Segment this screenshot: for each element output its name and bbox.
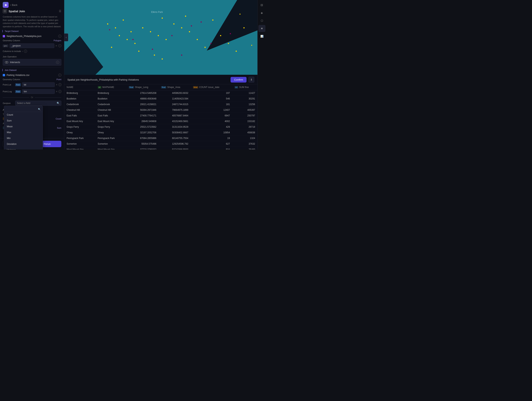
right-icon-draw[interactable]: ⬡ bbox=[258, 17, 266, 24]
right-icon-list[interactable]: ≡ bbox=[258, 25, 266, 32]
join-dataset-row: Parking Violations.csv i bbox=[0, 72, 64, 78]
cell-mapname-6: Grays Ferry bbox=[95, 124, 127, 130]
cell-sumfine-10: 25469 bbox=[232, 147, 257, 150]
tool-menu-button[interactable]: ☰ bbox=[59, 10, 61, 13]
cell-mapname-7: Olney bbox=[95, 130, 127, 136]
mapname-col-label: MAPNAME bbox=[102, 86, 114, 88]
svg-rect-3 bbox=[5, 11, 6, 12]
cell-shapearea-8: 60140755.7554 bbox=[159, 136, 191, 141]
target-geo-field-input[interactable] bbox=[10, 44, 54, 48]
cell-shapearea-0: 44586263.6032 bbox=[159, 90, 191, 96]
cell-countissue-6: 429 bbox=[191, 124, 232, 130]
right-icon-chart[interactable]: 📊 bbox=[258, 33, 266, 40]
time-column-op[interactable]: Count bbox=[56, 118, 61, 120]
table-head: NAME strMAPNAME floatShape_Leng floatSha… bbox=[64, 84, 257, 90]
back-chevron-icon: ‹ bbox=[10, 3, 11, 6]
table-body: Bridesburg Bridesburg 27814.5465208 4458… bbox=[64, 90, 257, 150]
cell-sumfine-1: 30291 bbox=[232, 96, 257, 102]
dropdown-item-max[interactable]: Max bbox=[4, 129, 43, 135]
confirm-button[interactable]: Confirm bbox=[231, 77, 247, 82]
columns-to-include-row[interactable]: Columns to include › i bbox=[0, 49, 64, 55]
point-lng-info[interactable]: i bbox=[59, 90, 61, 93]
data-table: NAME strMAPNAME floatShape_Leng floatSha… bbox=[64, 84, 257, 150]
table-row: Olney Olney 32197.2052706 50308402.6667 … bbox=[64, 130, 257, 136]
or-label: Or bbox=[31, 96, 33, 99]
cell-name-7: Olney bbox=[64, 130, 95, 136]
table-row: Cedarbrook Cedarbrook 20021.4158021 2487… bbox=[64, 102, 257, 107]
cell-shapearea-3: 79664975.1899 bbox=[159, 107, 191, 113]
target-geo-row: Geometry Column Polygon bbox=[0, 39, 64, 43]
cell-countissue-10: 504 bbox=[191, 147, 232, 150]
dropdown-item-variance[interactable]: Variance bbox=[4, 147, 43, 150]
cell-sumfine-4: 250797 bbox=[232, 113, 257, 119]
columns-label: Columns to include bbox=[3, 50, 21, 52]
right-icon-layers[interactable]: ⊟ bbox=[258, 1, 266, 9]
sidebar: ◈ ‹ Back Spatial Join ☰ Combines columns… bbox=[0, 0, 64, 150]
table-row: Pennypack Park Pennypack Park 87084.2855… bbox=[64, 136, 257, 141]
point-lat-input[interactable] bbox=[22, 82, 55, 87]
app-container: ◈ ‹ Back Spatial Join ☰ Combines columns… bbox=[0, 0, 266, 150]
target-geo-field-clear[interactable]: × bbox=[56, 44, 57, 47]
cell-mapname-3: Chestnut Hill bbox=[95, 107, 127, 113]
cell-mapname-10: West Mount Airy bbox=[95, 147, 127, 150]
dropdown-item-mean[interactable]: Mean bbox=[4, 124, 43, 129]
attr-column-op[interactable]: Sum bbox=[57, 127, 61, 129]
map-area: Elkins Park bbox=[64, 0, 257, 75]
table-area: Spatial join Neighborhoods_Philadelphia … bbox=[64, 75, 257, 150]
target-dataset-row: Neighborhoods_Philadelphia.json i bbox=[0, 33, 64, 39]
collapse-map-button[interactable]: ‹ bbox=[64, 33, 68, 41]
select-field-button[interactable]: Select a field 🔍 bbox=[15, 101, 61, 106]
table-row: West Mount Airy West Mount Airy 37723.37… bbox=[64, 147, 257, 150]
target-dataset-info[interactable]: i bbox=[58, 35, 61, 38]
dropdown-item-deviation[interactable]: Deviation bbox=[4, 141, 43, 147]
join-dataset-label: Join Dataset bbox=[5, 69, 61, 71]
join-dataset-name: Parking Violations.csv bbox=[7, 74, 57, 76]
app-logo: ◈ bbox=[3, 2, 9, 8]
cell-sumfine-5: 153182 bbox=[232, 119, 257, 124]
dropdown-item-sum[interactable]: Sum bbox=[4, 118, 43, 124]
target-geo-field-tag: geo bbox=[3, 44, 8, 47]
cell-name-1: Bustleton bbox=[64, 96, 95, 102]
cell-countissue-1: 546 bbox=[191, 96, 232, 102]
field-dropdown: 🔍 Count Sum Mean Max Min Deviation Varia… bbox=[4, 106, 43, 150]
point-lng-input[interactable] bbox=[22, 89, 55, 94]
join-dataset-info[interactable]: i bbox=[58, 74, 61, 77]
search-icon: 🔍 bbox=[57, 102, 60, 105]
geojson-row: Geojson Select a field 🔍 🔍 Count Sum Mea… bbox=[0, 100, 64, 107]
map-dots-layer bbox=[64, 0, 257, 75]
dropdown-item-count[interactable]: Count bbox=[4, 112, 43, 118]
point-lat-info[interactable]: i bbox=[59, 83, 61, 86]
target-geo-field-row: geo × i bbox=[0, 43, 64, 49]
back-button[interactable]: ‹ Back bbox=[10, 3, 18, 6]
table-row: Grays Ferry Grays Ferry 25521.5723562 31… bbox=[64, 124, 257, 130]
join-operation-info[interactable]: i bbox=[56, 61, 59, 64]
right-icon-bar: ⊟ ◈ ⬡ ≡ 📊 bbox=[257, 0, 266, 150]
table-download-button[interactable]: ⬇ bbox=[248, 77, 254, 82]
join-operation-label: Join Operation bbox=[3, 56, 61, 58]
cell-name-0: Bridesburg bbox=[64, 90, 95, 96]
dropdown-search-input[interactable] bbox=[6, 108, 38, 111]
join-operation-value[interactable]: Intersects i bbox=[3, 59, 61, 66]
cell-sumfine-8: 1324 bbox=[232, 136, 257, 141]
back-label: Back bbox=[12, 4, 18, 6]
cell-name-9: Somerton bbox=[64, 141, 95, 147]
point-lat-clear[interactable]: × bbox=[56, 83, 57, 86]
col-header-count-issue: timeCOUNT issue_date bbox=[191, 84, 232, 90]
point-lng-clear[interactable]: × bbox=[56, 90, 57, 93]
cell-mapname-4: East Falls bbox=[95, 113, 127, 119]
cell-name-10: West Mount Airy bbox=[64, 147, 95, 150]
dropdown-item-min[interactable]: Min bbox=[4, 135, 43, 141]
cell-shapearea-7: 50308402.6667 bbox=[159, 130, 191, 136]
target-dataset-label: Target Dataset bbox=[5, 30, 61, 32]
target-geo-field-info[interactable]: i bbox=[58, 44, 61, 47]
shapearea-col-label: Shape_Area bbox=[167, 86, 180, 88]
cell-shapeleng-3: 56394.2971946 bbox=[126, 107, 159, 113]
or-line-left bbox=[3, 97, 29, 98]
right-icon-3d[interactable]: ◈ bbox=[258, 9, 266, 16]
cell-shapeleng-7: 32197.2052706 bbox=[126, 130, 159, 136]
dropdown-search-row: 🔍 bbox=[4, 107, 43, 112]
table-row: Bridesburg Bridesburg 27814.5465208 4458… bbox=[64, 90, 257, 96]
countissue-time-tag: time bbox=[193, 86, 198, 88]
cell-mapname-1: Bustleton bbox=[95, 96, 127, 102]
columns-info[interactable]: i bbox=[24, 50, 27, 53]
